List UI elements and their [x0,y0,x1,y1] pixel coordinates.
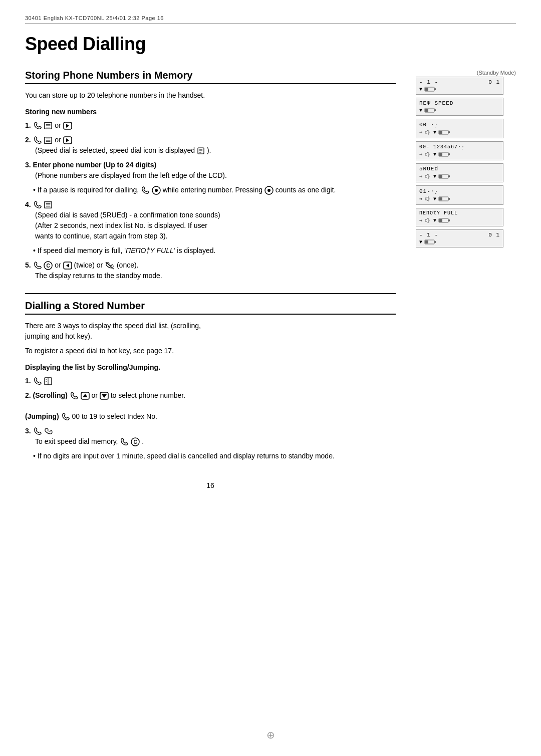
svg-marker-27 [66,264,69,268]
step5-once: (once). [117,261,139,269]
handset-icon5 [33,261,42,270]
handset-icon10 [120,437,129,446]
step4-sub2: (After 2 seconds, next index list No. is… [35,221,207,229]
speaker-icon-01dots [424,195,431,202]
svg-rect-47 [448,131,450,133]
lcd-arrow-memfull: ⇒ [419,217,422,223]
phone-off-icon [105,261,115,270]
header-bar: 30401 English KX-TCD700NL 25/4/01 2:32 P… [25,15,516,24]
lcd-top-standby: - 1 - 0 1 [419,79,500,85]
step5-num: 5. [25,261,31,269]
menu-icon4 [44,201,53,209]
intro1: There are 3 ways to display the speed di… [25,322,201,330]
svg-rect-51 [448,153,450,155]
step2-close-paren: ). [207,146,211,154]
s2-step2b-text: 00 to 19 to select Index No. [72,412,157,420]
s2-step3-sub: To exit speed dial memory, [35,437,120,445]
lcd-saved-text: 5RUEd [419,166,438,172]
scrolling-label: (Scrolling) [33,391,70,399]
lcd-arrow-newspeed: ▼ [419,108,422,113]
battery-icon-saved [438,173,450,179]
page-number: 16 [25,481,396,489]
lcd-top-00num: 00- 1234567·̣· [419,144,500,150]
step1-num: 1. [25,121,31,129]
svg-rect-52 [439,153,442,156]
lcd-panel-standby-end: - 1 - 0 1 ▼ [416,229,503,247]
svg-text:C: C [47,263,50,269]
s2-step1-num: 1. [25,377,31,385]
bottom-crosshair: ⊕ [266,729,275,741]
speaker-icon-00num [424,151,431,158]
right-column: (Standby Mode) - 1 - 0 1 ▼ [416,70,516,489]
svg-rect-55 [448,175,450,177]
step2-sub: (Speed dial is selected, speed dial icon… [35,146,197,154]
svg-rect-59 [448,198,450,200]
svg-marker-61 [425,218,428,223]
battery-icon-01dots [438,196,450,202]
s2-step1: 1. [25,376,396,386]
svg-marker-49 [425,152,428,157]
left-arrow-icon [63,262,72,270]
lcd-panel-newspeed: ΠΕΨ SPEED ▼ [416,98,503,116]
section1-intro: You can store up to 20 telephone numbers… [25,90,396,101]
lcd-00dots-text: 00-·̣· [419,121,438,128]
battery-icon-00num [438,151,450,157]
lcd-top-memfull: ΠΕΠΟτΥ FULL [419,210,500,216]
lcd-00num-text: 00- 1234567·̣· [419,144,465,150]
section-divider [25,293,396,294]
lcd-panel-standby: - 1 - 0 1 ▼ [416,77,503,95]
menu-icon [44,122,53,130]
step2-num: 2. [25,136,31,144]
step4-sub3: wants to continue, start again from step… [35,232,168,240]
step2-or: or [55,136,63,144]
svg-point-19 [267,189,270,192]
s2-step3: 3. To exit speed dial memory, [25,426,396,447]
bullet2-item: If speed dial memory is full, 'ΠΕΠΟ†Υ FU… [33,245,396,256]
lcd-memfull-text: ΠΕΠΟτΥ FULL [419,210,458,216]
step5-sub: The display returns to the standby mode. [35,272,162,280]
header-text: 30401 English KX-TCD700NL 25/4/01 2:32 P… [25,15,164,21]
lcd-arrow2-00dots: ▼ [433,130,436,135]
storing-new-label: Storing new numbers [25,107,396,117]
jumping-label: (Jumping) [25,412,61,420]
c-btn-icon2: C [131,437,140,446]
record-btn-icon2 [264,186,274,195]
battery-icon-00dots [438,129,450,135]
section1-title: Storing Phone Numbers in Memory [25,70,396,84]
scroll-label: Displaying the list by Scrolling/Jumping… [25,362,396,373]
handset-icon4 [33,200,42,209]
lcd-arrow-standby-end: ▼ [419,239,422,245]
lcd-bottom-memfull: ⇒ ▼ [419,217,500,224]
step4-num: 4. [25,200,31,208]
bullet1-item: If a pause is required for dialling, whi… [33,185,396,195]
step1: 1. or [25,120,396,131]
battery-icon-standby [424,86,436,92]
memory-full-text: ΠΕΠΟ†Υ FULL [126,246,174,255]
s2-bullet1: If no digits are input over 1 minute, sp… [33,451,396,461]
lcd-arrow2-01dots: ▼ [433,196,436,202]
lcd-arrow2-00num: ▼ [433,152,436,157]
lcd-top-01dots: 01-·̣· [419,188,500,194]
lcd-bottom-newspeed: ▼ [419,107,500,113]
left-column: Storing Phone Numbers in Memory You can … [25,70,416,489]
talk-icon [44,427,54,436]
bullet2c: ' is displayed. [174,246,216,255]
bullet2a: If speed dial memory is full, ' [38,246,126,255]
battery-icon-standby-end [424,239,436,245]
lcd-bottom-00dots: ⇒ ▼ [419,129,500,136]
lcd-top-00dots: 00-·̣· [419,121,500,128]
speaker-icon-00dots [424,129,431,136]
s2-step3-period: . [142,437,144,445]
svg-rect-64 [439,219,442,222]
step1-or: or [55,121,63,129]
svg-marker-53 [425,174,428,179]
lcd-standby-end-right: 0 1 [488,232,500,238]
lcd-panel-memfull: ΠΕΠΟτΥ FULL ⇒ ▼ [416,208,503,226]
svg-rect-60 [439,197,442,200]
down-arrow-icon [100,392,109,400]
lcd-arrow-00num: ⇒ [419,151,422,157]
handset-icon7 [70,391,79,400]
lcd-arrow-00dots: ⇒ [419,129,422,135]
s2-step3-num: 3. [25,427,31,435]
lcd-standby-end-left: - 1 - [419,232,438,238]
